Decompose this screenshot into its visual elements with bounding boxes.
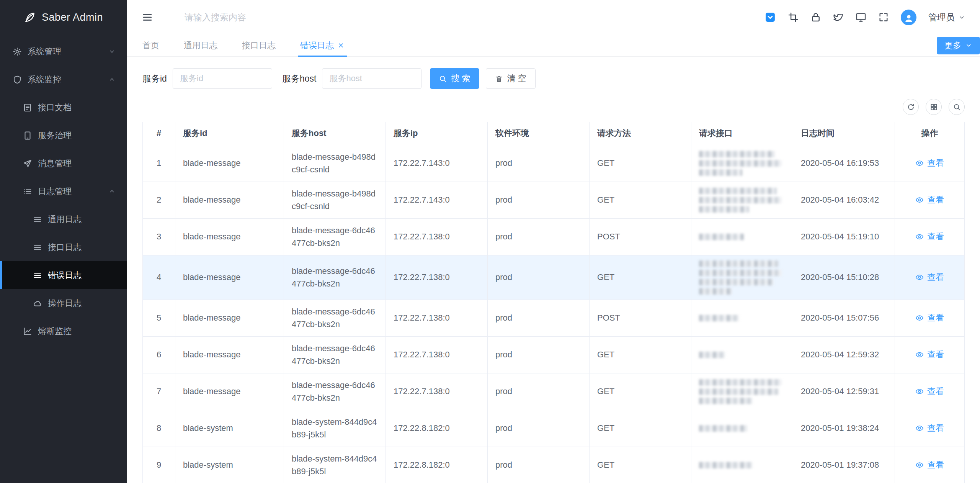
view-button[interactable]: 查看 — [915, 194, 944, 206]
monitor-icon[interactable] — [856, 12, 866, 23]
eye-icon — [915, 273, 924, 282]
view-button[interactable]: 查看 — [915, 312, 944, 324]
tab[interactable]: 首页 — [142, 34, 159, 56]
sidebar-item-label: 通用日志 — [48, 214, 82, 225]
sidebar-item[interactable]: 系统监控 — [0, 65, 127, 93]
env-cell: prod — [488, 182, 590, 218]
tab[interactable]: 通用日志 — [184, 34, 217, 56]
service-host-cell: blade-message-6dc46477cb-bks2n — [284, 337, 386, 373]
tab[interactable]: 接口日志 — [242, 34, 276, 56]
view-button[interactable]: 查看 — [915, 157, 944, 170]
service-id-cell: blade-system — [175, 410, 284, 447]
method-cell: GET — [590, 373, 691, 410]
chevron-up-icon — [108, 76, 116, 83]
sidebar-item[interactable]: 接口日志 — [0, 233, 127, 261]
trash-icon — [495, 75, 503, 83]
view-button[interactable]: 查看 — [915, 231, 944, 243]
service-id-cell: blade-message — [175, 373, 284, 410]
sidebar-item-label: 消息管理 — [38, 158, 72, 169]
send-icon — [23, 159, 32, 168]
eye-icon — [915, 196, 924, 204]
service-ip-cell: 172.22.7.143:0 — [386, 182, 488, 218]
redacted-api-path — [699, 188, 785, 213]
chart-icon — [23, 327, 32, 336]
sidebar-item[interactable]: 通用日志 — [0, 205, 127, 233]
tab-label: 通用日志 — [184, 40, 217, 51]
search-button[interactable]: 搜 索 — [430, 68, 479, 89]
sidebar-item[interactable]: 消息管理 — [0, 149, 127, 177]
message-badge-icon[interactable] — [764, 11, 776, 23]
view-button[interactable]: 查看 — [915, 349, 944, 361]
view-button[interactable]: 查看 — [915, 271, 944, 284]
tab[interactable]: 错误日志 — [300, 34, 345, 56]
app-title: Saber Admin — [42, 11, 103, 23]
sidebar-item-label: 操作日志 — [48, 298, 82, 309]
redacted-api-path — [699, 260, 785, 295]
sidebar-item[interactable]: 操作日志 — [0, 289, 127, 317]
service-host-input[interactable] — [322, 68, 421, 89]
table-body: 1blade-messageblade-message-b498dc9cf-cs… — [143, 145, 964, 483]
env-cell: prod — [488, 145, 590, 182]
service-id-cell: blade-message — [175, 337, 284, 373]
refresh-button[interactable] — [903, 99, 919, 115]
column-header: 服务ip — [386, 122, 488, 145]
row-index-cell: 2 — [143, 182, 175, 218]
service-id-input[interactable] — [173, 68, 272, 89]
row-index-cell: 9 — [143, 447, 175, 483]
close-icon[interactable] — [337, 42, 345, 49]
cloud-icon — [33, 299, 42, 308]
time-cell: 2020-05-01 19:37:08 — [793, 447, 895, 483]
clear-button[interactable]: 清 空 — [486, 68, 536, 89]
sidebar-item[interactable]: 日志管理 — [0, 177, 127, 205]
view-button[interactable]: 查看 — [915, 459, 944, 472]
column-header: 请求方法 — [590, 122, 691, 145]
action-cell: 查看 — [895, 337, 964, 373]
redacted-api-path — [699, 462, 785, 468]
lock-icon[interactable] — [810, 12, 821, 23]
table-row: 2blade-messageblade-message-b498dc9cf-cs… — [143, 182, 964, 219]
time-cell: 2020-05-04 15:10:28 — [793, 255, 895, 300]
action-cell: 查看 — [895, 145, 964, 182]
tab-label: 错误日志 — [300, 40, 334, 51]
bird-icon[interactable] — [833, 12, 844, 23]
time-cell: 2020-05-01 19:38:24 — [793, 410, 895, 447]
time-cell: 2020-05-04 12:59:32 — [793, 337, 895, 373]
sidebar-item[interactable]: 服务治理 — [0, 121, 127, 149]
shield-icon — [13, 75, 22, 84]
sidebar-item[interactable]: 熔断监控 — [0, 317, 127, 345]
time-cell: 2020-05-04 16:19:53 — [793, 145, 895, 182]
screenshot-icon[interactable] — [788, 12, 799, 23]
view-button[interactable]: 查看 — [915, 422, 944, 435]
service-host-cell: blade-message-b498dc9cf-csnld — [284, 145, 386, 182]
toggle-search-button[interactable] — [949, 99, 965, 115]
view-label: 查看 — [927, 271, 944, 284]
env-cell: prod — [488, 300, 590, 336]
sidebar-item-label: 接口文档 — [38, 102, 72, 113]
avatar[interactable] — [901, 10, 916, 25]
tabs: 首页通用日志接口日志错误日志 — [142, 34, 369, 56]
redacted-api-path — [699, 352, 785, 358]
action-cell: 查看 — [895, 182, 964, 218]
column-header: 服务id — [175, 122, 284, 145]
fullscreen-icon[interactable] — [878, 12, 889, 23]
env-cell: prod — [488, 255, 590, 300]
column-header: 操作 — [895, 122, 964, 145]
view-label: 查看 — [927, 194, 944, 206]
more-button[interactable]: 更多 — [937, 37, 980, 54]
column-header: 服务host — [284, 122, 386, 145]
tab-label: 首页 — [142, 40, 159, 51]
view-button[interactable]: 查看 — [915, 385, 944, 398]
topbar-icon-group — [764, 11, 889, 23]
sidebar-item[interactable]: 接口文档 — [0, 93, 127, 121]
api-cell — [691, 300, 793, 336]
table-row: 6blade-messageblade-message-6dc46477cb-b… — [143, 337, 964, 373]
sidebar-item[interactable]: 系统管理 — [0, 38, 127, 65]
global-search-input[interactable] — [185, 12, 345, 23]
lines-icon — [33, 271, 42, 280]
eye-icon — [915, 461, 924, 469]
column-settings-button[interactable] — [926, 99, 942, 115]
hamburger-menu-icon[interactable] — [142, 11, 153, 23]
user-dropdown[interactable]: 管理员 — [928, 11, 965, 23]
sidebar-item[interactable]: 错误日志 — [0, 261, 127, 289]
sidebar-item-label: 系统管理 — [28, 46, 61, 57]
